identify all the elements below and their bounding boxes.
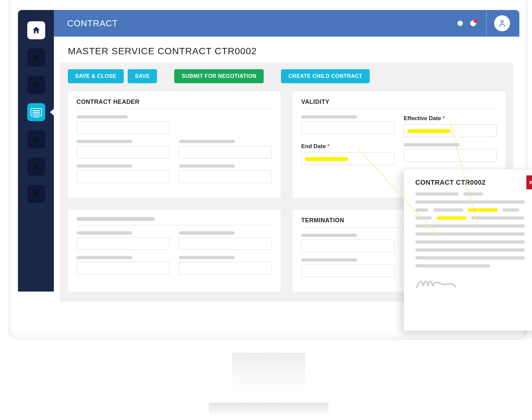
topbar-actions bbox=[458, 10, 510, 37]
end-date-input[interactable] bbox=[301, 152, 394, 165]
pdf-text-line bbox=[415, 256, 525, 260]
field-label-placeholder bbox=[76, 164, 132, 168]
text-input[interactable] bbox=[76, 121, 170, 134]
monitor-stand-base bbox=[209, 403, 329, 415]
sidebar-item-4[interactable] bbox=[27, 130, 45, 148]
panel-contract-header: CONTRACT HEADER bbox=[68, 91, 281, 198]
field-label-placeholder bbox=[301, 234, 357, 237]
field-label-placeholder bbox=[76, 256, 132, 259]
panel-title: CONTRACT HEADER bbox=[76, 99, 272, 105]
top-bar: CONTRACT bbox=[54, 10, 519, 37]
save-close-button[interactable]: SAVE & CLOSE bbox=[68, 69, 124, 83]
svg-point-0 bbox=[501, 20, 503, 23]
panel-misc bbox=[68, 210, 281, 292]
user-avatar-button[interactable] bbox=[494, 15, 510, 31]
text-input[interactable] bbox=[179, 146, 272, 158]
field-label-placeholder bbox=[76, 231, 132, 235]
monitor-frame: CONTRACT MASTER SERVICE CONTRACT CTR0002 bbox=[9, 0, 527, 339]
field-label-placeholder bbox=[76, 115, 128, 118]
dot-icon bbox=[34, 191, 39, 197]
field-label-placeholder bbox=[179, 140, 235, 143]
signature-icon bbox=[415, 278, 525, 292]
dot-icon bbox=[34, 164, 39, 169]
field-label-placeholder bbox=[179, 256, 235, 259]
text-input[interactable] bbox=[404, 149, 497, 162]
field-label-placeholder bbox=[179, 164, 235, 168]
sidebar-home-button[interactable] bbox=[27, 21, 45, 39]
text-input[interactable] bbox=[179, 170, 272, 183]
sidebar-item-1[interactable] bbox=[27, 49, 45, 67]
pdf-text-line bbox=[415, 208, 525, 212]
pdf-text-line bbox=[415, 248, 525, 252]
pdf-text-line bbox=[415, 224, 525, 228]
vertical-divider bbox=[486, 10, 487, 37]
create-child-contract-button[interactable]: CREATE CHILD CONTRACT bbox=[281, 69, 370, 83]
sidebar-active-pointer-icon bbox=[50, 109, 54, 115]
sidebar-item-6[interactable] bbox=[27, 185, 45, 203]
text-input[interactable] bbox=[301, 240, 394, 252]
pdf-text-line bbox=[415, 240, 525, 244]
sidebar-item-contracts[interactable] bbox=[27, 103, 45, 121]
pdf-text-line bbox=[415, 232, 525, 236]
save-button[interactable]: SAVE bbox=[128, 69, 157, 83]
effective-date-input[interactable] bbox=[404, 124, 497, 137]
text-input[interactable] bbox=[179, 237, 272, 250]
submit-negotiation-button[interactable]: SUBMIT FOR NEGOTIATION bbox=[174, 69, 264, 83]
monitor-icon bbox=[31, 108, 42, 116]
dot-icon bbox=[34, 82, 39, 88]
panel-title: VALIDITY bbox=[301, 99, 497, 105]
field-label-placeholder bbox=[179, 231, 235, 235]
pdf-text-line bbox=[415, 264, 490, 268]
text-input[interactable] bbox=[76, 237, 170, 250]
text-input[interactable] bbox=[76, 170, 170, 183]
app-screen: CONTRACT MASTER SERVICE CONTRACT CTR0002 bbox=[18, 10, 519, 326]
field-label-placeholder bbox=[301, 115, 357, 118]
sidebar-item-5[interactable] bbox=[27, 158, 45, 176]
dot-icon bbox=[34, 137, 39, 142]
pdf-preview-card[interactable]: PDF CONTRACT CTR0002 bbox=[404, 169, 532, 331]
effective-date-label: Effective Date * bbox=[404, 115, 497, 122]
pdf-badge: PDF bbox=[526, 175, 532, 189]
panel-title-placeholder bbox=[76, 217, 155, 221]
pdf-text-line bbox=[415, 216, 525, 220]
page-title: MASTER SERVICE CONTRACT CTR0002 bbox=[54, 37, 519, 63]
end-date-label: End Date * bbox=[301, 143, 394, 150]
home-icon bbox=[32, 26, 41, 35]
app-title: CONTRACT bbox=[67, 18, 118, 29]
text-input[interactable] bbox=[179, 262, 272, 275]
pdf-text-line bbox=[415, 192, 525, 196]
dot-icon bbox=[34, 55, 39, 60]
pdf-title: CONTRACT CTR0002 bbox=[415, 179, 525, 186]
sidebar-item-2[interactable] bbox=[27, 76, 45, 94]
action-buttons: SAVE & CLOSE SAVE SUBMIT FOR NEGOTIATION… bbox=[68, 69, 505, 83]
field-label-placeholder bbox=[76, 140, 132, 143]
text-input[interactable] bbox=[301, 121, 394, 134]
field-label-placeholder bbox=[301, 258, 357, 262]
status-dot-icon[interactable] bbox=[458, 21, 463, 26]
field-label-placeholder bbox=[404, 143, 460, 146]
pdf-text-line bbox=[415, 200, 525, 204]
notification-icon[interactable] bbox=[470, 20, 476, 26]
person-icon bbox=[498, 19, 506, 28]
sidebar bbox=[18, 10, 54, 292]
text-input[interactable] bbox=[76, 262, 170, 275]
text-input[interactable] bbox=[76, 146, 170, 158]
text-input[interactable] bbox=[301, 264, 394, 277]
